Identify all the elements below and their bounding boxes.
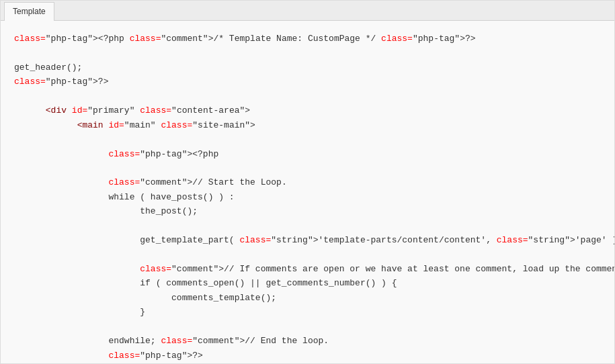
code-line: while ( have_posts() ) : (14, 190, 601, 204)
code-line: class="php-tag">?> (14, 75, 601, 89)
code-line: class="php-tag"><?php (14, 147, 601, 161)
code-line: } (14, 305, 601, 319)
code-area[interactable]: class="php-tag"><?php class="comment">/*… (1, 21, 614, 363)
code-line: get_template_part( class="string">'templ… (14, 233, 601, 247)
code-line (14, 161, 601, 175)
code-line: endwhile; class="comment">// End the loo… (14, 334, 601, 348)
code-line (14, 219, 601, 233)
code-line (14, 46, 601, 60)
code-line (14, 89, 601, 103)
code-line (14, 320, 601, 334)
code-line (14, 132, 601, 146)
code-line: get_header(); (14, 60, 601, 75)
code-line: class="comment">// Start the Loop. (14, 175, 601, 189)
code-line: <div id="primary" class="content-area"> (14, 103, 601, 118)
code-line: class="php-tag"><?php class="comment">/*… (14, 32, 601, 46)
code-line (14, 248, 601, 262)
code-line: class="comment">// If comments are open … (14, 262, 601, 276)
template-tab[interactable]: Template (4, 2, 54, 21)
tab-label: Template (13, 7, 46, 16)
code-line: <main id="main" class="site-main"> (14, 118, 601, 132)
editor-container: Template class="php-tag"><?php class="co… (0, 0, 615, 364)
tab-bar: Template (1, 1, 614, 21)
code-line (14, 363, 601, 363)
code-line: the_post(); (14, 204, 601, 218)
code-line: comments_template(); (14, 291, 601, 305)
code-line: class="php-tag">?> (14, 349, 601, 363)
code-line: if ( comments_open() || get_comments_num… (14, 276, 601, 290)
